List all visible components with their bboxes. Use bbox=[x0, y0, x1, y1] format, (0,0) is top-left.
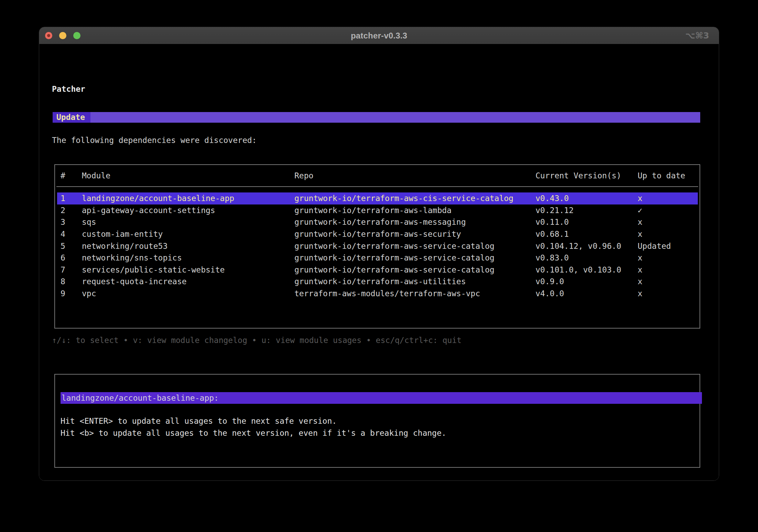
table-row[interactable]: 8 request-quota-increase gruntwork-io/te… bbox=[55, 276, 700, 288]
row-module: sqs bbox=[82, 218, 294, 226]
dependencies-table: # Module Repo Current Version(s) Up to d… bbox=[54, 164, 700, 329]
row-repo: gruntwork-io/terraform-aws-service-catal… bbox=[294, 265, 535, 274]
detail-instruction-line: Hit <ENTER> to update all usages to the … bbox=[61, 415, 446, 427]
tab-bar: Update bbox=[53, 112, 700, 123]
row-version: v0.43.0 bbox=[535, 194, 638, 203]
row-version: v0.68.1 bbox=[535, 230, 638, 239]
zoom-button[interactable] bbox=[73, 32, 80, 39]
row-uptodate-status: x bbox=[638, 265, 700, 274]
detail-instructions: Hit <ENTER> to update all usages to the … bbox=[61, 415, 446, 439]
row-module: api-gateway-account-settings bbox=[82, 206, 294, 215]
row-module: landingzone/account-baseline-app bbox=[82, 194, 294, 203]
row-version: v0.101.0, v0.103.0 bbox=[535, 265, 638, 274]
column-header-repo: Repo bbox=[294, 171, 535, 180]
detail-instruction-line: Hit <b> to update all usages to the next… bbox=[61, 427, 446, 439]
window-title: patcher-v0.3.3 bbox=[39, 31, 719, 41]
column-header-uptodate: Up to date bbox=[638, 171, 700, 180]
row-number: 8 bbox=[61, 277, 82, 286]
row-version: v0.104.12, v0.96.0 bbox=[535, 242, 638, 251]
column-header-version: Current Version(s) bbox=[535, 171, 638, 180]
row-number: 9 bbox=[61, 289, 82, 298]
row-uptodate-status: ✓ bbox=[638, 206, 700, 215]
row-module: request-quota-increase bbox=[82, 277, 294, 286]
column-header-num: # bbox=[61, 171, 82, 180]
row-module: custom-iam-entity bbox=[82, 230, 294, 239]
table-row[interactable]: 9 vpc terraform-aws-modules/terraform-aw… bbox=[55, 288, 700, 300]
row-number: 3 bbox=[61, 218, 82, 226]
app-window: patcher-v0.3.3 ⌥⌘3 Patcher Update The fo… bbox=[39, 27, 719, 481]
row-repo: gruntwork-io/terraform-aws-utilities bbox=[294, 277, 535, 286]
detail-panel: landingzone/account-baseline-app: Hit <E… bbox=[54, 374, 700, 468]
table-row[interactable]: 2 api-gateway-account-settings gruntwork… bbox=[55, 204, 700, 217]
row-module: networking/route53 bbox=[82, 242, 294, 251]
table-row[interactable]: 6 networking/sns-topics gruntwork-io/ter… bbox=[55, 252, 700, 264]
row-version: v4.0.0 bbox=[535, 289, 638, 298]
row-repo: gruntwork-io/terraform-aws-messaging bbox=[294, 218, 535, 226]
row-uptodate-status: x bbox=[638, 194, 698, 203]
intro-text: The following dependencies were discover… bbox=[52, 135, 257, 145]
row-number: 4 bbox=[61, 230, 82, 239]
table-header: # Module Repo Current Version(s) Up to d… bbox=[55, 165, 700, 186]
row-uptodate-status: x bbox=[638, 253, 700, 262]
row-uptodate-status: x bbox=[638, 230, 700, 239]
row-number: 2 bbox=[61, 206, 82, 215]
row-repo: gruntwork-io/terraform-aws-service-catal… bbox=[294, 253, 535, 262]
table-body: 1 landingzone/account-baseline-app grunt… bbox=[55, 187, 700, 299]
row-module: vpc bbox=[82, 289, 294, 298]
row-module: networking/sns-topics bbox=[82, 253, 294, 262]
terminal-content: Patcher Update The following dependencie… bbox=[39, 44, 719, 480]
row-number: 5 bbox=[61, 242, 82, 251]
app-heading: Patcher bbox=[52, 84, 85, 94]
column-header-module: Module bbox=[82, 171, 294, 180]
row-uptodate-status: x bbox=[638, 289, 700, 298]
table-row[interactable]: 7 services/public-static-website gruntwo… bbox=[55, 264, 700, 276]
row-repo: gruntwork-io/terraform-aws-service-catal… bbox=[294, 242, 535, 251]
close-button[interactable] bbox=[45, 32, 52, 39]
row-number: 6 bbox=[61, 253, 82, 262]
row-repo: gruntwork-io/terraform-aws-cis-service-c… bbox=[294, 194, 535, 203]
row-number: 1 bbox=[61, 194, 82, 203]
table-row[interactable]: 4 custom-iam-entity gruntwork-io/terrafo… bbox=[55, 228, 700, 240]
row-module: services/public-static-website bbox=[82, 265, 294, 274]
selected-module-bar: landingzone/account-baseline-app: bbox=[61, 392, 702, 404]
row-version: v0.83.0 bbox=[535, 253, 638, 262]
row-version: v0.11.0 bbox=[535, 218, 638, 226]
row-uptodate-status: x bbox=[638, 277, 700, 286]
row-repo: gruntwork-io/terraform-aws-security bbox=[294, 230, 535, 239]
row-uptodate-status: Updated bbox=[638, 242, 700, 251]
table-row[interactable]: 3 sqs gruntwork-io/terraform-aws-messagi… bbox=[55, 216, 700, 228]
row-version: v0.21.12 bbox=[535, 206, 638, 215]
row-repo: gruntwork-io/terraform-aws-lambda bbox=[294, 206, 535, 215]
row-uptodate-status: x bbox=[638, 218, 700, 226]
window-titlebar: patcher-v0.3.3 ⌥⌘3 bbox=[39, 27, 719, 44]
minimize-button[interactable] bbox=[59, 32, 66, 39]
row-repo: terraform-aws-modules/terraform-aws-vpc bbox=[294, 289, 535, 298]
row-version: v0.9.0 bbox=[535, 277, 638, 286]
window-controls bbox=[45, 32, 80, 39]
window-hotkey-badge: ⌥⌘3 bbox=[685, 27, 709, 44]
tab-update[interactable]: Update bbox=[53, 112, 90, 123]
help-bar: ↑/↓: to select • v: view module changelo… bbox=[52, 335, 462, 345]
row-number: 7 bbox=[61, 265, 82, 274]
table-row[interactable]: 1 landingzone/account-baseline-app grunt… bbox=[57, 192, 698, 204]
table-row[interactable]: 5 networking/route53 gruntwork-io/terraf… bbox=[55, 240, 700, 252]
